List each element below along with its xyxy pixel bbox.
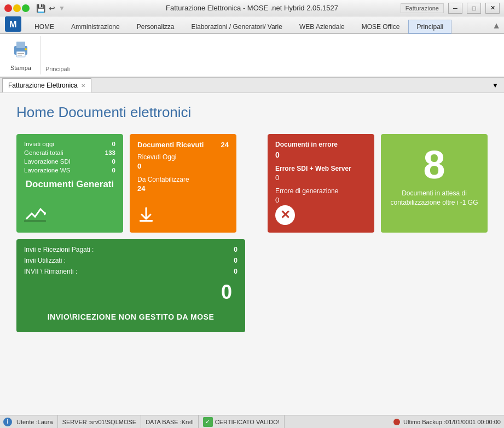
- title-bar-left: 💾 ↩ ▼: [4, 4, 65, 13]
- title-bar-title: Fatturazione Elettronica - MOSE .net Hyb…: [166, 4, 338, 12]
- bottom-row2-label: Invii Utilizzati :: [24, 257, 66, 264]
- status-user: Utente :Laura: [12, 415, 58, 428]
- doc-tab-close[interactable]: ✕: [81, 83, 85, 89]
- backup-error-dot: [393, 419, 400, 425]
- doc-tab-label: Fatturazione Elettronica: [8, 82, 78, 89]
- status-cert: ✓ CERTIFICATO VALIDO!: [199, 415, 285, 428]
- quick-access-icon: 💾: [36, 4, 45, 13]
- bottom-row3-value: 0: [234, 268, 237, 275]
- label-generati: Generati totali: [24, 149, 63, 156]
- win-minimize[interactable]: ─: [448, 3, 462, 14]
- title-right-label: Fatturazione: [401, 3, 444, 13]
- download-icon-area: [137, 206, 155, 225]
- card-generati-title: Documenti Generati: [24, 179, 115, 190]
- card-errore[interactable]: Documenti in errore 0 Errore SDI + Web S…: [268, 134, 374, 233]
- error-circle-icon: ✕: [275, 205, 295, 225]
- card-row-lav-sdi: Lavorazione SDI 0: [24, 158, 115, 165]
- main-content: Home Documenti elettronici Inviati oggi …: [0, 93, 504, 428]
- card-generati[interactable]: Inviati oggi 0 Generati totali 133 Lavor…: [16, 134, 123, 233]
- tab-personalizza[interactable]: Personalizza: [129, 20, 183, 33]
- status-database: DATA BASE :Krell: [141, 415, 199, 428]
- title-bar: 💾 ↩ ▼ Fatturazione Elettronica - MOSE .n…: [0, 0, 504, 16]
- win-restore[interactable]: □: [467, 3, 481, 14]
- bottom-row2: Invii Utilizzati : 0: [24, 257, 237, 264]
- close-btn[interactable]: [4, 4, 12, 12]
- cert-icon: ✓: [203, 417, 213, 427]
- svg-rect-3: [16, 42, 25, 48]
- tab-amministrazione[interactable]: Amministrazione: [63, 20, 128, 33]
- stampa-label: Stampa: [10, 65, 31, 71]
- value-lav-sdi: 0: [112, 158, 115, 165]
- bottom-row3: INVII \ Rimanenti : 0: [24, 268, 237, 275]
- stampa-button[interactable]: Stampa: [5, 37, 36, 74]
- win-close[interactable]: ✕: [485, 3, 500, 14]
- error-icon-area: ✕: [275, 205, 295, 225]
- tab-mose[interactable]: MOSE Office: [354, 20, 408, 33]
- label-lav-ws: Lavorazione WS: [24, 167, 70, 173]
- doc-tabs-bar: Fatturazione Elettronica ✕ ▼: [0, 78, 504, 93]
- label-lav-sdi: Lavorazione SDI: [24, 158, 71, 165]
- bottom-row1-label: Invii e Ricezioni Pagati :: [24, 246, 94, 253]
- orange-title-row: Documenti Ricevuti 24: [137, 141, 229, 149]
- status-server: SERVER :srv01\SQLMOSE: [58, 415, 142, 428]
- svg-rect-4: [16, 51, 25, 57]
- bottom-footer: INVIO\RICEZIONE NON GESTITO DA MOSE: [24, 313, 237, 321]
- value-lav-ws: 0: [112, 167, 115, 173]
- error-x-icon: ✕: [280, 208, 290, 222]
- red-row1-label: Errore SDI + Web Server: [275, 165, 367, 172]
- orange-title-value: 24: [221, 141, 229, 149]
- title-bar-right: Fatturazione ─ □ ✕: [401, 3, 500, 14]
- red-title: Documenti in errore: [275, 141, 367, 148]
- status-right: Ultimo Backup :01/01/0001 00:00:00: [393, 419, 501, 425]
- svg-point-7: [25, 48, 27, 50]
- quick-undo-icon: ↩: [49, 4, 55, 13]
- svg-rect-6: [18, 55, 22, 56]
- printer-icon: [11, 39, 31, 63]
- svg-marker-8: [44, 211, 46, 216]
- orange-row2-value: 24: [137, 184, 229, 193]
- cards-row: Inviati oggi 0 Generati totali 133 Lavor…: [16, 134, 488, 233]
- ribbon-collapse-btn[interactable]: ▲: [489, 19, 504, 33]
- bottom-row2-value: 0: [234, 257, 237, 264]
- card-ricevuti[interactable]: Documenti Ricevuti 24 Ricevuti Oggi 0 Da…: [130, 134, 236, 233]
- label-inviati: Inviati oggi: [24, 141, 54, 147]
- svg-rect-9: [24, 220, 46, 222]
- doc-tabs-dropdown[interactable]: ▼: [489, 80, 502, 90]
- minimize-btn[interactable]: [13, 4, 21, 12]
- value-inviati: 0: [112, 141, 115, 147]
- card-attesa[interactable]: 8 Documenti in attesa di contabilizzazio…: [381, 134, 488, 233]
- maximize-btn[interactable]: [22, 4, 30, 12]
- bottom-big-number: 0: [24, 281, 237, 304]
- svg-text:M: M: [9, 20, 16, 29]
- tab-web[interactable]: WEB Aziendale: [291, 20, 353, 33]
- app-logo: M: [2, 15, 24, 33]
- orange-row2-label: Da Contabilizzare: [137, 176, 229, 183]
- red-row2-label: Errore di generazione: [275, 187, 367, 195]
- spacer: [243, 134, 261, 233]
- red-row2-value: 0: [275, 196, 367, 204]
- status-server-label: SERVER :srv01\SQLMOSE: [62, 419, 137, 425]
- status-user-label: Utente :Laura: [16, 419, 53, 425]
- svg-rect-5: [18, 53, 24, 54]
- orange-row1-value: 0: [137, 162, 229, 170]
- status-backup-label: Ultimo Backup :01/01/0001 00:00:00: [403, 419, 501, 425]
- orange-row1-label: Ricevuti Oggi: [137, 153, 229, 161]
- doc-tab-fatturazione[interactable]: Fatturazione Elettronica ✕: [2, 78, 91, 92]
- bottom-row1-value: 0: [234, 246, 237, 253]
- page-title: Home Documenti elettronici: [16, 104, 488, 121]
- tab-home[interactable]: HOME: [26, 20, 62, 33]
- red-title-value: 0: [275, 151, 367, 159]
- info-icon: i: [3, 418, 12, 426]
- bottom-row3-label: INVII \ Rimanenti :: [24, 268, 77, 275]
- ribbon-section-label: Principali: [45, 66, 70, 74]
- tab-principali[interactable]: Principali: [408, 20, 451, 34]
- yellow-big-number: 8: [389, 145, 480, 184]
- card-row-inviati: Inviati oggi 0: [24, 141, 115, 147]
- tab-elaborazioni[interactable]: Elaborazioni / Generatori/ Varie: [183, 20, 291, 33]
- svg-rect-10: [140, 220, 153, 222]
- ribbon-content: Stampa Principali: [0, 34, 504, 78]
- quick-dropdown-icon[interactable]: ▼: [59, 4, 65, 12]
- bottom-row1: Invii e Ricezioni Pagati : 0: [24, 246, 237, 253]
- card-row-generati: Generati totali 133: [24, 149, 115, 156]
- card-invio[interactable]: Invii e Ricezioni Pagati : 0 Invii Utili…: [16, 239, 245, 332]
